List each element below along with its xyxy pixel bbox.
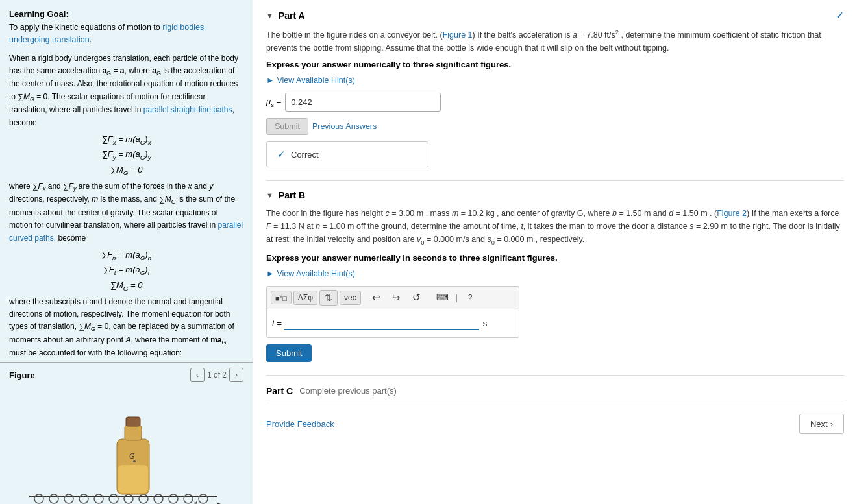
learning-goal-text: To apply the kinetic equations of motion… bbox=[9, 21, 243, 46]
part-a-checkmark: ✓ bbox=[836, 9, 844, 21]
part-a-input-label: μs = bbox=[266, 97, 281, 108]
svg-rect-18 bbox=[125, 425, 142, 440]
equation-curv-2: ∑Ft = m(aG)t bbox=[9, 265, 243, 276]
svg-point-21 bbox=[133, 460, 136, 462]
math-input-field[interactable] bbox=[284, 317, 479, 330]
part-a-input[interactable] bbox=[285, 93, 441, 112]
figure-nav[interactable]: ‹ 1 of 2 › bbox=[190, 368, 243, 382]
figure-label: Figure bbox=[9, 370, 35, 380]
matrix-button[interactable]: ■√□ bbox=[271, 291, 292, 305]
part-a-collapse-icon: ▼ bbox=[266, 12, 273, 19]
undo-button[interactable]: ↩ bbox=[367, 290, 386, 306]
part-c-text: Complete previous part(s) bbox=[299, 386, 397, 396]
right-panel: ▼ Part A ✓ The bottle in the figure ride… bbox=[253, 0, 857, 504]
toolbar-sep-3: | bbox=[454, 293, 459, 302]
next-button[interactable]: Next › bbox=[799, 414, 844, 434]
hint-triangle-icon: ► bbox=[266, 76, 274, 85]
keyboard-button[interactable]: ⌨ bbox=[432, 291, 453, 304]
symbol-button[interactable]: ΑΣφ bbox=[293, 291, 317, 305]
part-b-problem-text: The door in the figure has height c = 3.… bbox=[266, 207, 844, 248]
equation-rect-2: ∑Fy = m(aG)y bbox=[9, 149, 243, 161]
figure-next-button[interactable]: › bbox=[229, 368, 243, 382]
part-a-section: ▼ Part A ✓ The bottle in the figure ride… bbox=[266, 0, 844, 181]
svg-rect-19 bbox=[126, 417, 140, 426]
math-input-area: t = s bbox=[266, 309, 519, 338]
learning-goal-body: To apply the kinetic equations of motion… bbox=[9, 23, 204, 44]
part-a-correct-box: ✓ Correct bbox=[266, 141, 429, 167]
next-arrow-icon: › bbox=[830, 419, 833, 429]
footer-row: Provide Feedback Next › bbox=[266, 403, 844, 434]
part-c-row: Part C Complete previous part(s) bbox=[266, 376, 844, 403]
part-a-submit-button[interactable]: Submit bbox=[266, 118, 308, 135]
svg-text:G: G bbox=[129, 452, 135, 460]
part-a-instruction: Express your answer numerically to three… bbox=[266, 60, 844, 69]
part-a-title: Part A bbox=[279, 10, 305, 21]
left-panel: Learning Goal: To apply the kinetic equa… bbox=[0, 0, 253, 504]
figure1-link[interactable]: Figure 1 bbox=[443, 30, 473, 40]
bottle-svg: a G bbox=[16, 394, 237, 504]
figure2-link[interactable]: Figure 2 bbox=[717, 209, 747, 218]
part-a-submit-row: Submit Previous Answers bbox=[266, 118, 844, 135]
part-b-instruction: Express your answer numerically in secon… bbox=[266, 253, 844, 263]
part-a-prev-answers-link[interactable]: Previous Answers bbox=[312, 122, 377, 131]
equation-rect-1: ∑Fx = m(aG)x bbox=[9, 134, 243, 146]
figure-page: 1 of 2 bbox=[207, 370, 227, 379]
part-a-problem-text: The bottle in the figure rides on a conv… bbox=[266, 28, 844, 54]
equation-curv-1: ∑Fn = m(aG)n bbox=[9, 250, 243, 261]
figure-image: a G bbox=[0, 387, 253, 504]
figure-prev-button[interactable]: ‹ bbox=[190, 368, 205, 382]
correct-text: Correct bbox=[291, 150, 319, 160]
equation-rect-3: ∑MG = 0 bbox=[9, 165, 243, 176]
correct-check-icon: ✓ bbox=[277, 149, 286, 160]
fraction-button[interactable]: ⇅ bbox=[319, 290, 338, 306]
part-b-hint-link[interactable]: ► View Available Hint(s) bbox=[266, 269, 844, 278]
math-input-label: t = bbox=[272, 318, 282, 328]
part-b-section: ▼ Part B The door in the figure has heig… bbox=[266, 181, 844, 376]
part-b-header[interactable]: ▼ Part B bbox=[266, 181, 844, 207]
math-toolbar: ■√□ ΑΣφ ⇅ vec ↩ ↪ ↺ ⌨ | ? bbox=[266, 286, 519, 309]
equation-curv-3: ∑MG = 0 bbox=[9, 280, 243, 292]
math-editor-container: ■√□ ΑΣφ ⇅ vec ↩ ↪ ↺ ⌨ | ? t = s bbox=[266, 286, 519, 338]
part-b-hint-triangle-icon: ► bbox=[266, 269, 274, 278]
part-a-answer-row: μs = bbox=[266, 93, 844, 112]
part-b-collapse-icon: ▼ bbox=[266, 191, 273, 199]
vec-button[interactable]: vec bbox=[340, 291, 361, 305]
help-button[interactable]: ? bbox=[461, 291, 479, 304]
body-text-2: where ∑Fx and ∑Fy are the sum of the for… bbox=[9, 180, 243, 245]
part-b-submit-button[interactable]: Submit bbox=[266, 344, 312, 362]
svg-rect-17 bbox=[118, 465, 148, 493]
part-c-title: Part C bbox=[266, 386, 293, 396]
part-b-title: Part B bbox=[279, 190, 305, 200]
math-input-unit: s bbox=[483, 318, 488, 328]
refresh-button[interactable]: ↺ bbox=[408, 290, 426, 306]
part-b-submit-row: Submit bbox=[266, 344, 844, 362]
learning-goal-title: Learning Goal: bbox=[9, 9, 243, 19]
svg-text:a: a bbox=[194, 499, 197, 504]
left-content: Learning Goal: To apply the kinetic equa… bbox=[0, 0, 253, 362]
provide-feedback-link[interactable]: Provide Feedback bbox=[266, 419, 334, 429]
redo-button[interactable]: ↪ bbox=[388, 290, 406, 306]
part-a-hint-link[interactable]: ► View Available Hint(s) bbox=[266, 76, 844, 85]
figure-bar: Figure ‹ 1 of 2 › bbox=[0, 362, 253, 387]
body-text-3: where the subscripts n and t denote the … bbox=[9, 296, 243, 360]
body-text-1: When a rigid body undergoes translation,… bbox=[9, 53, 243, 129]
part-a-header[interactable]: ▼ Part A ✓ bbox=[266, 0, 844, 28]
